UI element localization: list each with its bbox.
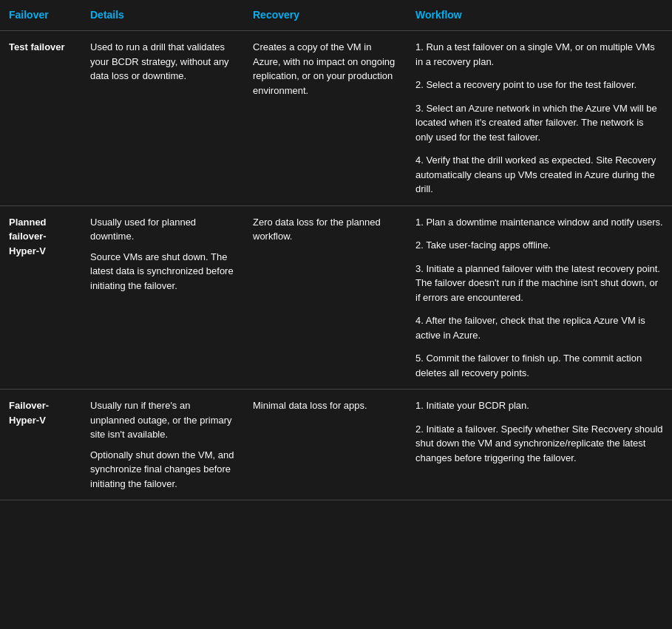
detail-paragraph: Source VMs are shut down. The latest dat…	[90, 250, 235, 293]
workflow-step: 2. Take user-facing apps offline.	[415, 238, 663, 253]
recovery-cell: Creates a copy of the VM in Azure, with …	[244, 31, 407, 206]
workflow-step: 4. Verify that the drill worked as expec…	[415, 153, 663, 197]
failover-cell: Test failover	[0, 31, 81, 206]
recovery-cell: Zero data loss for the planned workflow.	[244, 205, 407, 390]
details-cell: Usually run if there's an unplanned outa…	[81, 390, 244, 500]
table-row: Failover- Hyper-VUsually run if there's …	[0, 390, 672, 500]
header-details: Details	[81, 0, 244, 31]
table-row: Planned failover- Hyper-VUsually used fo…	[0, 205, 672, 390]
workflow-step: 2. Initiate a failover. Specify whether …	[415, 422, 663, 466]
details-cell: Usually used for planned downtime.Source…	[81, 205, 244, 390]
workflow-cell: 1. Plan a downtime maintenance window an…	[407, 205, 672, 390]
workflow-cell: 1. Run a test failover on a single VM, o…	[407, 31, 672, 206]
recovery-cell: Minimal data loss for apps.	[244, 390, 407, 500]
workflow-step: 3. Initiate a planned failover with the …	[415, 262, 663, 305]
header-workflow: Workflow	[407, 0, 672, 31]
workflow-step: 5. Commit the failover to finish up. The…	[415, 351, 663, 380]
details-cell: Used to run a drill that validates your …	[81, 31, 244, 206]
table-row: Test failoverUsed to run a drill that va…	[0, 31, 672, 206]
failover-comparison-table: Failover Details Recovery Workflow Test …	[0, 0, 672, 500]
main-table-container: Failover Details Recovery Workflow Test …	[0, 0, 672, 629]
detail-paragraph: Usually used for planned downtime.	[90, 215, 235, 244]
failover-name: Planned failover- Hyper-V	[9, 217, 47, 256]
workflow-step: 2. Select a recovery point to use for th…	[415, 78, 663, 92]
detail-paragraph: Used to run a drill that validates your …	[90, 40, 235, 84]
detail-paragraph: Optionally shut down the VM, and synchro…	[90, 448, 235, 492]
workflow-step: 4. After the failover, check that the re…	[415, 313, 663, 342]
failover-cell: Planned failover- Hyper-V	[0, 205, 81, 390]
failover-name: Failover- Hyper-V	[9, 400, 49, 426]
workflow-cell: 1. Initiate your BCDR plan.2. Initiate a…	[407, 390, 672, 500]
detail-paragraph: Usually run if there's an unplanned outa…	[90, 398, 235, 442]
recovery-paragraph: Creates a copy of the VM in Azure, with …	[253, 40, 398, 98]
failover-name: Test failover	[9, 41, 65, 52]
workflow-step: 1. Run a test failover on a single VM, o…	[415, 40, 663, 69]
workflow-step: 1. Initiate your BCDR plan.	[415, 398, 663, 413]
table-header-row: Failover Details Recovery Workflow	[0, 0, 672, 31]
recovery-paragraph: Zero data loss for the planned workflow.	[253, 215, 398, 244]
recovery-paragraph: Minimal data loss for apps.	[253, 398, 398, 413]
header-recovery: Recovery	[244, 0, 407, 31]
failover-cell: Failover- Hyper-V	[0, 390, 81, 500]
workflow-step: 1. Plan a downtime maintenance window an…	[415, 215, 663, 230]
header-failover: Failover	[0, 0, 81, 31]
workflow-step: 3. Select an Azure network in which the …	[415, 101, 663, 145]
